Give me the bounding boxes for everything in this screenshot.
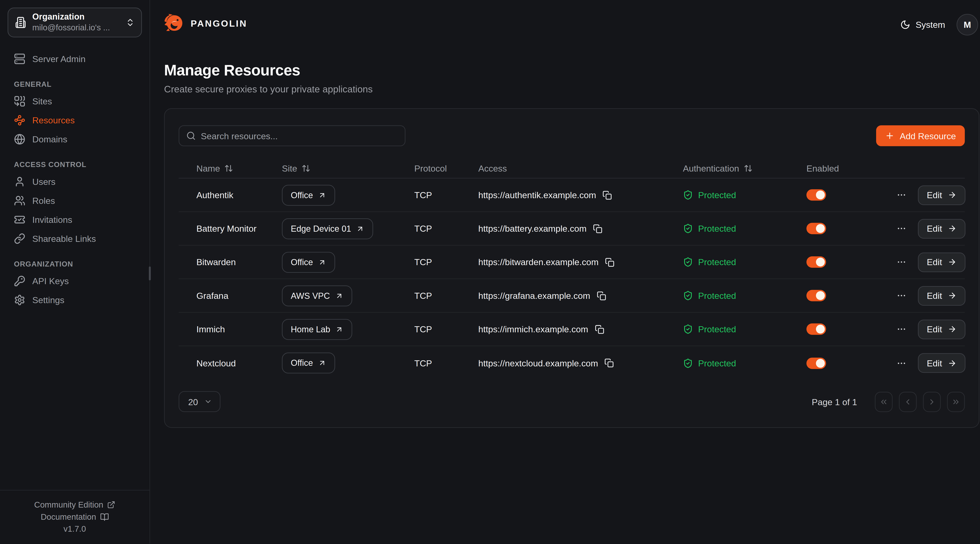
first-page-button[interactable] [875,392,892,412]
shield-check-icon [683,358,693,368]
waypoints-icon [14,114,25,125]
sidebar-item-label: Roles [32,195,55,205]
shield-check-icon [683,190,693,200]
chevron-down-icon [204,398,212,406]
page-size-select[interactable]: 20 [178,391,220,412]
resource-access-url: https://bitwarden.example.com [478,257,598,267]
row-menu-button[interactable] [895,323,908,335]
chevrons-left-icon [879,397,888,406]
enabled-toggle[interactable] [807,256,826,268]
sidebar-item-label: Resources [32,115,75,125]
table-row: Immich Home Lab TCP https://immich.examp… [178,313,965,346]
edit-button[interactable]: Edit [918,319,966,339]
org-switcher-value: milo@fossorial.io's ... [32,23,120,33]
main-content: PANGOLIN System M Manage Resources Creat… [150,0,980,544]
column-header-authentication: Authentication [675,163,807,173]
user-icon [14,176,25,187]
row-menu-button[interactable] [895,222,908,235]
site-link-button[interactable]: Edge Device 01 [282,218,373,239]
enabled-toggle[interactable] [807,223,826,234]
sidebar: Organization milo@fossorial.io's ... Ser… [0,0,150,544]
sidebar-item-roles[interactable]: Roles [8,192,142,209]
sidebar-item-resources[interactable]: Resources [8,111,142,128]
row-menu-button[interactable] [895,289,908,302]
pangolin-logo-icon [164,13,185,34]
arrow-up-right-icon [335,291,343,300]
search-box [178,125,405,146]
sidebar-resize-handle[interactable] [149,266,151,281]
avatar[interactable]: M [956,14,978,35]
pagination: Page 1 of 1 [812,392,965,412]
column-header-enabled: Enabled [807,163,895,173]
auth-status-badge: Protected [698,190,736,200]
resource-access-url: https://grafana.example.com [478,290,590,301]
sidebar-item-label: Settings [32,295,65,305]
theme-label: System [915,20,945,30]
copy-icon[interactable] [593,224,602,233]
brand: PANGOLIN [164,13,247,34]
external-link-icon [107,501,115,509]
arrow-right-icon [948,291,957,300]
arrow-right-icon [948,358,957,367]
copy-icon[interactable] [605,358,614,368]
edit-button[interactable]: Edit [918,286,966,305]
site-link-button[interactable]: Office [282,252,335,273]
sort-icon[interactable] [302,164,310,173]
copy-icon[interactable] [605,257,614,267]
site-link-button[interactable]: Office [282,184,335,205]
theme-toggle[interactable]: System [900,20,945,30]
sidebar-item-settings[interactable]: Settings [8,291,142,308]
auth-status-badge: Protected [698,358,736,368]
sidebar-item-invitations[interactable]: Invitations [8,211,142,228]
prev-page-button[interactable] [899,392,916,412]
enabled-toggle[interactable] [807,357,826,369]
last-page-button[interactable] [947,392,965,412]
sidebar-item-sites[interactable]: Sites [8,92,142,109]
documentation-link[interactable]: Documentation [5,512,145,522]
copy-icon[interactable] [597,291,606,300]
community-edition-label: Community Edition [34,500,103,509]
arrow-up-right-icon [318,258,326,266]
sidebar-item-api-keys[interactable]: API Keys [8,272,142,289]
site-link-button[interactable]: Office [282,352,335,373]
site-link-button[interactable]: AWS VPC [282,285,352,306]
add-resource-button[interactable]: Add Resource [876,125,965,146]
arrow-right-icon [948,257,957,266]
enabled-toggle[interactable] [807,189,826,200]
globe-icon [14,133,25,144]
edit-button[interactable]: Edit [918,353,966,373]
row-menu-button[interactable] [895,256,908,268]
users-icon [14,195,25,206]
enabled-toggle[interactable] [807,324,826,335]
sort-icon[interactable] [744,164,752,173]
edit-button[interactable]: Edit [918,219,966,238]
community-edition-link[interactable]: Community Edition [5,500,145,509]
auth-status-badge: Protected [698,324,736,334]
resource-name: Nextcloud [178,358,282,368]
edit-button[interactable]: Edit [918,185,966,205]
org-switcher[interactable]: Organization milo@fossorial.io's ... [8,8,142,37]
edit-button[interactable]: Edit [918,252,966,272]
enabled-toggle[interactable] [807,290,826,301]
row-menu-button[interactable] [895,189,908,201]
pagination-status: Page 1 of 1 [812,397,857,407]
sidebar-item-domains[interactable]: Domains [8,130,142,147]
copy-icon[interactable] [595,324,604,334]
sidebar-item-shareable-links[interactable]: Shareable Links [8,230,142,247]
sidebar-item-label: Sites [32,96,52,106]
sort-icon[interactable] [224,164,233,173]
resource-name: Authentik [178,190,282,200]
copy-icon[interactable] [603,190,612,200]
row-menu-button[interactable] [895,357,908,370]
search-input[interactable] [201,131,398,141]
documentation-label: Documentation [41,512,96,522]
sidebar-item-users[interactable]: Users [8,173,142,190]
section-label-general: GENERAL [14,80,136,88]
arrow-up-right-icon [318,359,326,367]
sidebar-item-server-admin[interactable]: Server Admin [8,50,142,67]
next-page-button[interactable] [923,392,940,412]
resource-name: Grafana [178,290,282,301]
site-link-button[interactable]: Home Lab [282,319,352,339]
card-toolbar: Add Resource [178,125,965,146]
resource-protocol: TCP [414,358,478,368]
